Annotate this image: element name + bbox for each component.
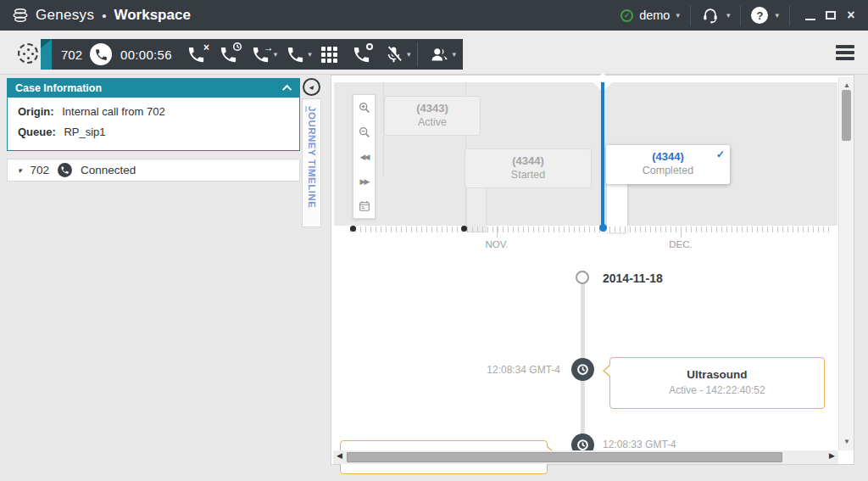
card-notch	[604, 364, 612, 378]
end-call-button[interactable]: ×	[181, 39, 213, 70]
timeline-card-4344-started[interactable]: (4344) Started	[465, 148, 592, 188]
fast-forward-icon: ▶▶	[360, 177, 369, 186]
maximize-button[interactable]	[821, 4, 841, 26]
transfer-arrow-icon: →	[264, 42, 274, 53]
journey-start-circle	[576, 271, 589, 284]
record-call-button[interactable]	[346, 39, 378, 70]
collapse-panel-button[interactable]: ◂	[303, 78, 320, 96]
tab-journey-timeline[interactable]: JOURNEY TIMELINE	[302, 98, 321, 227]
event-time-label: 12:08:33 GMT-4	[603, 439, 676, 450]
call-party-number: 702	[61, 48, 82, 62]
origin-row: Origin: Internal call from 702	[18, 105, 289, 118]
clock-icon	[576, 439, 589, 451]
phone-icon	[286, 45, 305, 64]
vertical-scroll-thumb[interactable]	[842, 90, 851, 141]
case-information-title: Case Information	[15, 82, 102, 94]
interaction-party: 702	[31, 164, 50, 176]
journey-timeline-panel: (4343) Active (4344) Started (4344) Comp…	[331, 75, 854, 465]
timeline-band[interactable]: (4343) Active (4344) Started (4344) Comp…	[334, 82, 837, 226]
event-axis-dot	[461, 226, 467, 232]
agent-settings-menu[interactable]: ▾	[701, 6, 731, 25]
call-status-icon	[58, 163, 72, 177]
muted-mic-icon	[384, 45, 403, 64]
card-id: (4344)	[465, 154, 591, 167]
caret-down-icon: ▾	[676, 12, 680, 20]
horizontal-scrollbar[interactable]: ◀ ▶	[333, 450, 838, 464]
help-icon: ?	[751, 7, 768, 24]
origin-label: Origin:	[18, 105, 54, 118]
keypad-button[interactable]	[314, 39, 346, 70]
expand-caret-icon[interactable]: ▾	[18, 166, 22, 175]
selected-check-icon: ✓	[716, 148, 725, 160]
queue-value: RP_sip1	[64, 126, 105, 138]
workspace-window: Genesys • Workspace ✓ demo ▾ ▾ ? ▾	[0, 0, 868, 481]
time-axis-ticks	[350, 227, 830, 232]
presence-menu[interactable]: ✓ demo ▾	[620, 8, 680, 22]
origin-value: Internal call from 702	[62, 105, 164, 118]
event-subtitle: Active - 142:22:40:52	[610, 384, 824, 396]
caret-down-icon: ▾	[775, 12, 779, 20]
queue-label: Queue:	[18, 126, 56, 138]
presence-label: demo	[639, 8, 670, 22]
agent-party-button[interactable]	[423, 39, 455, 70]
hold-clock-icon	[232, 42, 242, 52]
vertical-scrollbar[interactable]: ▲ ▼	[838, 77, 854, 450]
party-ring-icon	[18, 43, 38, 64]
fast-forward-button[interactable]: ▶▶	[353, 169, 375, 193]
month-tick	[681, 227, 682, 238]
hold-call-button[interactable]	[213, 39, 245, 70]
brand-separator-dot: •	[102, 8, 106, 23]
end-call-x-icon: ×	[203, 42, 209, 53]
collapse-chevron-icon[interactable]	[282, 84, 292, 93]
calendar-icon	[358, 199, 371, 213]
timeline-card-4344-completed[interactable]: (4344) Completed ✓	[606, 145, 730, 184]
divider	[417, 42, 418, 66]
journey-event-node[interactable]	[571, 358, 594, 381]
main-menu-button[interactable]	[836, 45, 854, 63]
minimize-button[interactable]	[800, 4, 821, 26]
event-axis-dot	[350, 226, 356, 232]
zoom-out-icon	[358, 126, 371, 139]
journey-event-card-ultrasound[interactable]: Ultrasound Active - 142:22:40:52	[609, 357, 825, 409]
timeline-toolbar: ◀◀ ▶▶	[353, 94, 376, 219]
timeline-card-4343-active[interactable]: (4343) Active	[384, 96, 481, 136]
month-label-nov: NOV.	[485, 239, 508, 249]
event-title: Ultrasound	[610, 368, 824, 381]
active-call-bar: 702 00:00:56 × → ▾ ▾	[41, 39, 463, 70]
rewind-button[interactable]: ◀◀	[353, 144, 375, 169]
card-status: Active	[385, 116, 480, 128]
help-menu[interactable]: ? ▾	[751, 7, 779, 24]
keypad-icon	[321, 47, 337, 63]
rewind-icon: ◀◀	[360, 153, 369, 161]
zoom-out-button[interactable]	[353, 120, 375, 144]
headset-icon	[701, 6, 720, 25]
zoom-in-button[interactable]	[353, 95, 375, 120]
case-information-body: Origin: Internal call from 702 Queue: RP…	[7, 98, 300, 151]
scroll-right-arrow[interactable]: ▶	[829, 451, 835, 460]
scroll-up-arrow[interactable]: ▲	[839, 81, 854, 89]
interaction-status: Connected	[81, 164, 136, 176]
title-bar: Genesys • Workspace ✓ demo ▾ ▾ ? ▾	[0, 0, 868, 31]
product-name: Workspace	[114, 7, 190, 24]
transfer-call-button[interactable]: →	[245, 39, 277, 70]
mute-button[interactable]	[378, 39, 410, 70]
time-cursor-line[interactable]	[601, 82, 604, 227]
horizontal-scroll-thumb[interactable]	[347, 452, 782, 462]
card-id: (4343)	[385, 102, 480, 115]
check-icon: ✓	[624, 12, 631, 20]
close-button[interactable]: ×	[841, 4, 861, 26]
calendar-button[interactable]	[353, 193, 375, 218]
consult-call-button[interactable]	[279, 39, 311, 70]
interaction-item[interactable]: ▾ 702 Connected	[7, 159, 300, 182]
card-status: Completed	[606, 165, 730, 176]
queue-row: Queue: RP_sip1	[18, 126, 289, 138]
scroll-left-arrow[interactable]: ◀	[337, 451, 342, 460]
case-information-header[interactable]: Case Information	[7, 78, 300, 98]
scroll-down-arrow[interactable]: ▼	[839, 438, 854, 445]
caret-down-icon: ▾	[726, 12, 731, 20]
call-duration: 00:00:56	[120, 48, 172, 62]
event-time-label: 12:08:34 GMT-4	[433, 364, 560, 376]
divider	[690, 5, 691, 25]
genesys-logo-icon	[10, 6, 31, 25]
case-color-tab	[41, 39, 52, 70]
